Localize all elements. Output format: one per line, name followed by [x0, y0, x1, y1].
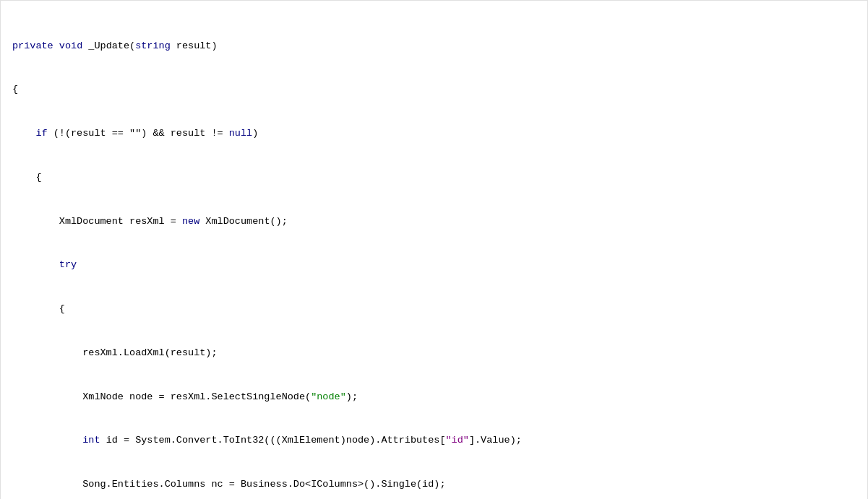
line-1: private void _Update(string result) — [12, 39, 856, 53]
line-5: XmlDocument resXml = new XmlDocument(); — [12, 214, 856, 229]
line-11: Song.Entities.Columns nc = Business.Do<I… — [12, 477, 856, 492]
line-10: int id = System.Convert.ToInt32(((XmlEle… — [12, 433, 856, 448]
line-3: if (!(result == "") && result != null) — [12, 126, 856, 141]
code-content: private void _Update(string result) { if… — [12, 9, 856, 499]
line-2: { — [12, 82, 856, 97]
line-9: XmlNode node = resXml.SelectSingleNode("… — [12, 390, 856, 404]
line-4: { — [12, 170, 856, 185]
code-editor: private void _Update(string result) { if… — [0, 0, 868, 499]
line-6: try — [12, 258, 856, 272]
keyword-void: void — [59, 40, 82, 51]
line-7: { — [12, 302, 856, 316]
keyword-private: private — [12, 40, 53, 51]
line-8: resXml.LoadXml(result); — [12, 346, 856, 360]
